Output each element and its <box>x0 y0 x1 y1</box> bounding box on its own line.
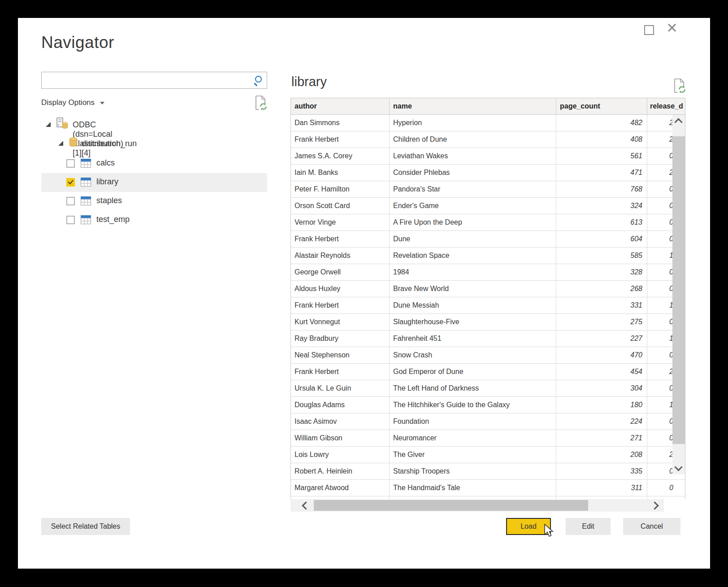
cell-author: Iain M. Banks <box>291 165 390 181</box>
display-options-dropdown[interactable]: Display Options <box>41 98 104 107</box>
checkbox-checked-library[interactable] <box>66 178 75 187</box>
refresh-preview-icon[interactable] <box>673 78 686 93</box>
cell-author: Frank Herbert <box>291 231 390 247</box>
dialog-title: Navigator <box>41 33 114 52</box>
cell-page-count: 585 <box>556 248 647 264</box>
table-row: Frank HerbertDune6040 <box>291 231 685 248</box>
tree-item-label: library <box>96 177 118 187</box>
cell-page-count: 227 <box>556 330 647 347</box>
table-row: Isaac AsimovFoundation2240 <box>291 413 685 430</box>
tree-item-test_emp[interactable]: test_emp <box>41 211 267 230</box>
scroll-left-icon[interactable] <box>302 501 310 509</box>
cell-author: Frank Herbert <box>291 131 390 148</box>
table-row: Vernor VingeA Fire Upon the Deep6130 <box>291 214 685 231</box>
cell-author: George Orwell <box>291 264 390 280</box>
tree-item-library[interactable]: library <box>41 173 267 192</box>
table-row: Orson Scott CardEnder's Game3240 <box>291 198 685 214</box>
cell-name: A Fire Upon the Deep <box>390 214 556 230</box>
cell-author: Alastair Reynolds <box>291 248 390 264</box>
scroll-right-icon[interactable] <box>650 501 659 509</box>
preview-table: author name page_count release_d Dan Sim… <box>290 98 685 499</box>
cell-page-count: 604 <box>556 231 647 247</box>
cell-name: The Hitchhiker's Guide to the Galaxy <box>390 397 556 413</box>
vertical-scrollbar[interactable] <box>672 115 685 474</box>
column-header-author: author <box>291 98 390 114</box>
tree-table-list: calcslibrarystaplestest_emp <box>41 154 267 230</box>
cell-page-count: 482 <box>556 115 647 131</box>
scroll-down-icon[interactable] <box>674 463 682 471</box>
checkbox-calcs[interactable] <box>66 159 75 168</box>
checkbox-staples[interactable] <box>66 197 75 205</box>
tree-item-label: calcs <box>96 158 115 168</box>
search-box <box>41 72 267 89</box>
table-row: Kurt VonnegutSlaughterhouse-Five2750 <box>291 314 685 330</box>
cell-page-count: 335 <box>556 463 647 479</box>
horizontal-scrollbar-thumb[interactable] <box>314 500 588 511</box>
cell-name: Consider Phlebas <box>390 165 556 181</box>
maximize-icon[interactable] <box>644 25 654 35</box>
tree-item-staples[interactable]: staples <box>41 192 267 211</box>
cell-page-count: 561 <box>556 148 647 164</box>
cell-name: Leviathan Wakes <box>390 148 556 164</box>
cell-name: Hyperion <box>390 115 556 131</box>
expander-icon[interactable] <box>46 122 51 127</box>
table-row: Douglas AdamsThe Hitchhiker's Guide to t… <box>291 397 685 413</box>
cell-page-count: 311 <box>556 480 647 496</box>
cell-page-count: 470 <box>556 347 647 363</box>
database-cylinder-icon <box>69 137 78 149</box>
table-row: Frank HerbertGod Emperor of Dune4542 <box>291 364 685 380</box>
cell-author: Dan Simmons <box>291 115 390 131</box>
cell-name: Starship Troopers <box>390 463 556 479</box>
cell-page-count: 471 <box>556 165 647 181</box>
cell-page-count: 224 <box>556 413 647 430</box>
column-header-page-count: page_count <box>556 98 647 114</box>
horizontal-scrollbar[interactable] <box>290 499 664 512</box>
cell-name: Children of Dune <box>390 131 556 148</box>
cell-name: Revelation Space <box>390 248 556 264</box>
scroll-up-icon[interactable] <box>674 118 682 126</box>
cancel-button[interactable]: Cancel <box>623 518 680 535</box>
search-input[interactable] <box>42 72 255 88</box>
cell-author: Kurt Vonnegut <box>291 314 390 330</box>
cell-page-count: 331 <box>556 297 647 313</box>
search-icon[interactable] <box>253 75 263 85</box>
table-row: Robert A. HeinleinStarship Troopers3350 <box>291 463 685 480</box>
refresh-icon[interactable] <box>255 95 267 110</box>
cell-page-count: 768 <box>556 181 647 197</box>
cell-page-count: 324 <box>556 198 647 214</box>
cell-name: 1984 <box>390 264 556 280</box>
table-row: James S.A. CoreyLeviathan Wakes5610 <box>291 148 685 165</box>
cell-page-count: 304 <box>556 380 647 396</box>
cell-name: Slaughterhouse-Five <box>390 314 556 330</box>
table-row: Iain M. BanksConsider Phlebas4712 <box>291 165 685 181</box>
table-row: Aldous HuxleyBrave New World2680 <box>291 281 685 297</box>
cell-author: Neal Stephenson <box>291 347 390 363</box>
table-icon <box>81 159 91 168</box>
cell-page-count: 208 <box>556 447 647 463</box>
expander-icon[interactable] <box>58 141 63 146</box>
cell-name: Snow Crash <box>390 347 556 363</box>
table-row: Dan SimmonsHyperion4822 <box>291 115 685 131</box>
vertical-scrollbar-thumb[interactable] <box>672 136 685 444</box>
cell-author: James S.A. Corey <box>291 148 390 164</box>
cell-name: Foundation <box>390 413 556 430</box>
cell-page-count: 271 <box>556 430 647 446</box>
edit-button[interactable]: Edit <box>566 518 611 535</box>
cell-author: Isaac Asimov <box>291 413 390 430</box>
cell-name: The Left Hand of Darkness <box>390 380 556 396</box>
table-row: George Orwell19843280 <box>291 264 685 281</box>
table-row: Peter F. HamiltonPandora's Star7680 <box>291 181 685 198</box>
checkbox-test_emp[interactable] <box>66 216 75 224</box>
cell-page-count: 328 <box>556 264 647 280</box>
close-icon[interactable]: ✕ <box>666 20 678 36</box>
cell-page-count: 613 <box>556 214 647 230</box>
cell-name: Brave New World <box>390 281 556 297</box>
display-options-label: Display Options <box>41 98 95 107</box>
mouse-cursor <box>544 524 555 538</box>
select-related-tables-button[interactable]: Select Related Tables <box>41 518 130 535</box>
tree-item-calcs[interactable]: calcs <box>41 154 267 173</box>
cell-page-count: 454 <box>556 364 647 380</box>
column-header-release-date: release_d <box>647 98 685 114</box>
cell-page-count: 408 <box>556 131 647 148</box>
cell-author: Vernor Vinge <box>291 214 390 230</box>
